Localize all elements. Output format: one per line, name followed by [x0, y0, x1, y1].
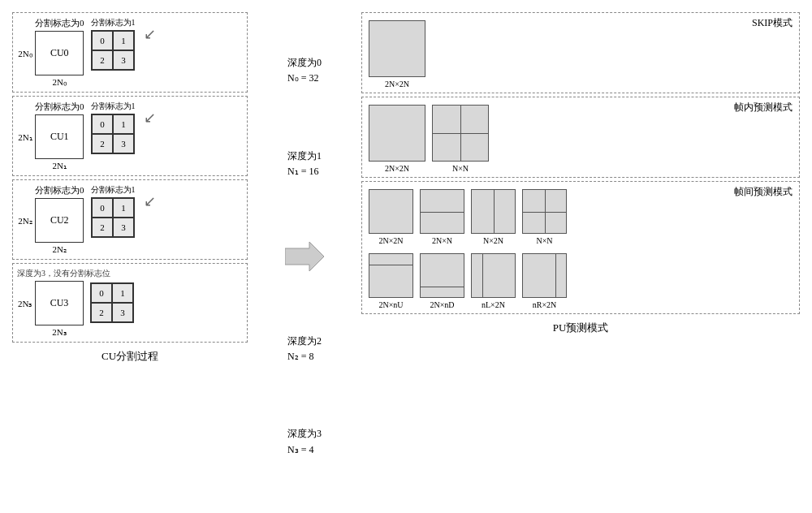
- skip-section: SKIP模式 2N×2N: [361, 12, 800, 93]
- left-title: CU分割过程: [12, 349, 248, 364]
- split-grid-0: 0 1 2 3: [91, 30, 135, 71]
- pu-label-inter-3: N×N: [536, 236, 552, 245]
- pu-nRx2N-inter: nR×2N: [522, 253, 567, 309]
- svg-marker-0: [285, 242, 324, 271]
- pu-shape-inter-nU: [369, 253, 413, 298]
- flag1-label-2: 分割标志为1: [91, 184, 136, 196]
- pu-shape-intra-quad: [432, 105, 489, 162]
- split-cell-13: 3: [113, 134, 134, 153]
- intra-section: 帧内预测模式 2N×2N N×N: [361, 97, 800, 178]
- split-box-2: 分割标志为1 0 1 2 3: [91, 184, 136, 238]
- pu-label-intra-1: N×N: [452, 164, 469, 173]
- split-cell-30: 0: [91, 283, 112, 303]
- cu-box-3: 2N₃ CU3 2N₃: [35, 281, 84, 338]
- split-grid-2: 0 1 2 3: [91, 197, 135, 238]
- pu-shape-inter-quad: [522, 189, 567, 234]
- pu-shape-inter-plain: [369, 189, 413, 234]
- split-cell-03: 3: [113, 50, 134, 70]
- intra-title: 帧内预测模式: [734, 101, 793, 114]
- split-grid-1: 0 1 2 3: [91, 114, 135, 154]
- cu-level-1: 分割标志为0 2N₁ CU1 2N₁ 分割标志为1 0 1 2 3: [12, 96, 248, 176]
- pu-nLx2N-inter: nL×2N: [471, 253, 516, 309]
- cu-left-label-2: 2N₂: [18, 215, 32, 226]
- flag0-label-1: 分割标志为0: [35, 101, 84, 113]
- big-arrow: [285, 242, 324, 271]
- pu-shape-inter-nD: [420, 253, 464, 298]
- pu-label-inter-0: 2N×2N: [378, 236, 403, 245]
- split-cell-33: 3: [112, 303, 133, 322]
- pu-2NxnU-inter: 2N×nU: [369, 253, 413, 309]
- flag0-label-0: 分割标志为0: [35, 17, 84, 29]
- right-panel: SKIP模式 2N×2N 帧内预测模式 2N×2N: [357, 8, 804, 505]
- pu-Nx2N-inter: N×2N: [471, 189, 516, 245]
- cu-box-1: 分割标志为0 2N₁ CU1 2N₁: [35, 101, 84, 171]
- split-cell-01: 1: [113, 31, 134, 50]
- split-cell-32: 2: [91, 303, 112, 322]
- pu-2NxN-inter: 2N×N: [420, 189, 464, 245]
- pu-label-inter-5: 2N×nD: [430, 300, 454, 309]
- cu-bottom-2: 2N₂: [53, 244, 67, 255]
- split-cell-31: 1: [112, 283, 133, 303]
- cu-bottom-3: 2N₃: [52, 327, 66, 338]
- split-grid-3: 0 1 2 3: [90, 282, 134, 323]
- split-cell-10: 0: [92, 114, 113, 134]
- pu-label-inter-7: nR×2N: [533, 300, 557, 309]
- inter-title: 帧间预测模式: [734, 185, 793, 199]
- pu-shape-inter-nL: [471, 253, 516, 298]
- v-line-intra: [460, 106, 461, 161]
- arrow-1: ↙: [144, 109, 156, 127]
- split-cell-12: 2: [92, 134, 113, 153]
- split-cell-00: 0: [92, 31, 113, 50]
- nL-line: [482, 254, 483, 297]
- split-cell-02: 2: [92, 50, 113, 70]
- cu-square-1: 2N₁ CU1: [35, 114, 84, 159]
- cu-left-label-1: 2N₁: [18, 131, 32, 142]
- flag1-label-0: 分割标志为1: [91, 17, 136, 28]
- split-cell-23: 3: [113, 218, 134, 237]
- split-cell-22: 2: [92, 218, 113, 237]
- nR-line: [555, 254, 556, 297]
- pu-shape-inter-half-v: [471, 189, 516, 234]
- pu-shape-inter-nR: [522, 253, 567, 298]
- right-title: PU预测模式: [361, 321, 800, 335]
- inter-section: 帧间预测模式 2N×2N 2N×N: [361, 181, 800, 314]
- pu-label-skip-0: 2N×2N: [385, 80, 409, 88]
- pu-label-inter-6: nL×2N: [482, 300, 505, 309]
- pu-2Nx2N-intra: 2N×2N: [369, 105, 425, 173]
- h-line-inter-1: [421, 212, 464, 213]
- cu-box-2: 分割标志为0 2N₂ CU2 2N₂: [35, 184, 84, 255]
- pu-2NxnD-inter: 2N×nD: [420, 253, 464, 309]
- cu-square-0: 2N₀ CU0: [35, 31, 84, 75]
- skip-title: SKIP模式: [752, 16, 793, 30]
- intra-row: 2N×2N N×N: [369, 101, 793, 173]
- nU-line: [369, 265, 412, 265]
- v-line-inter-1: [494, 190, 495, 233]
- split-cell-11: 1: [113, 114, 134, 134]
- pu-label-inter-1: 2N×N: [432, 236, 452, 245]
- cu-name-2: CU2: [50, 214, 69, 226]
- cu-left-label-0: 2N₀: [18, 48, 32, 58]
- cu-name-3: CU3: [50, 297, 69, 309]
- depth3-note: 深度为3，没有分割标志位: [17, 268, 243, 279]
- nD-line: [421, 287, 464, 287]
- arrow-0: ↙: [144, 25, 156, 43]
- v-line-inter-2: [545, 190, 546, 233]
- flag1-label-1: 分割标志为1: [91, 101, 136, 112]
- depth-info-2: 深度为2 N₂ = 8: [287, 334, 322, 364]
- cu-square-3: 2N₃ CU3: [35, 281, 84, 325]
- inter-row1: 2N×2N 2N×N N×2N: [369, 186, 793, 245]
- middle-panel: 深度为0 N₀ = 32 深度为1 N₁ = 16 深度为2 N₂ = 8 深度…: [252, 8, 357, 505]
- pu-label-inter-4: 2N×nU: [378, 300, 403, 309]
- pu-NxN-inter: N×N: [522, 189, 567, 245]
- left-panel: 分割标志为0 2N₀ CU0 2N₀ 分割标志为1 0 1 2 3: [8, 8, 252, 505]
- cu-name-0: CU0: [50, 47, 69, 59]
- cu-square-2: 2N₂ CU2: [35, 198, 84, 243]
- split-cell-21: 1: [113, 198, 134, 218]
- cu-box-0: 分割标志为0 2N₀ CU0 2N₀: [35, 17, 84, 88]
- pu-shape-inter-half-h: [420, 189, 464, 234]
- main-container: 分割标志为0 2N₀ CU0 2N₀ 分割标志为1 0 1 2 3: [0, 0, 812, 513]
- pu-2Nx2N-skip: 2N×2N: [369, 20, 425, 88]
- cu-name-1: CU1: [50, 131, 69, 143]
- pu-NxN-intra: N×N: [432, 105, 489, 173]
- depth-info-0: 深度为0 N₀ = 32: [287, 55, 322, 86]
